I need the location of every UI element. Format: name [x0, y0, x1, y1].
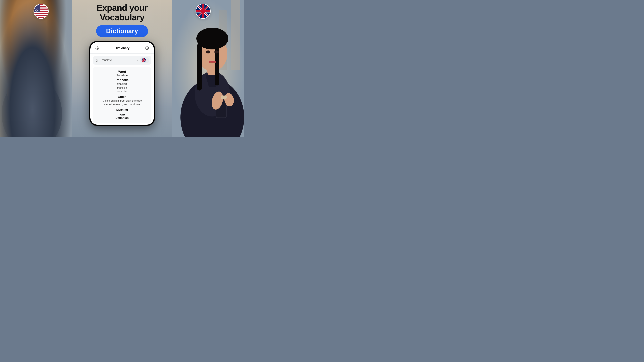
word-value: Translate [97, 74, 147, 77]
history-button[interactable] [144, 45, 150, 51]
definition-label: Definition [97, 116, 147, 120]
settings-button[interactable] [94, 45, 100, 51]
mic-icon [96, 59, 98, 62]
svg-point-14 [4, 84, 24, 113]
phonetic-1: trans'lert [97, 82, 147, 86]
origin-label: Origin [97, 95, 147, 98]
svg-point-32 [214, 50, 219, 53]
headline-line1: Expand your [96, 3, 148, 12]
svg-point-7 [16, 28, 48, 52]
svg-rect-42 [34, 12, 48, 13]
person-left-image [0, 0, 72, 137]
origin-text-2: carried across ' , past paricipate [97, 103, 147, 106]
phonetic-label: Phonetic [97, 78, 147, 82]
meaning-label: Meaning [97, 108, 147, 111]
svg-point-9 [40, 38, 49, 56]
phonetic-2: tra:nslert [97, 86, 147, 90]
svg-rect-20 [231, 0, 240, 70]
phone-mockup: Dictionary Translate ✕ [90, 41, 155, 126]
phone-screen: Dictionary Translate ✕ [90, 42, 154, 125]
svg-rect-13 [15, 100, 20, 103]
svg-point-18 [20, 60, 44, 70]
language-selector[interactable]: ▾ [140, 57, 149, 63]
svg-point-8 [14, 38, 24, 59]
flag-us: ★★★★★★ ★★★★★ ★★★★★★ ★★★★★ ★★★★★★ ★★★★★ ★… [34, 4, 49, 19]
clear-button[interactable]: ✕ [136, 59, 138, 62]
verb-label: Verb [97, 113, 147, 116]
svg-rect-12 [15, 100, 20, 103]
svg-rect-1 [3, 0, 14, 67]
svg-rect-29 [215, 42, 219, 85]
phone-title: Dictionary [100, 46, 144, 50]
svg-point-15 [18, 90, 34, 114]
svg-rect-0 [0, 0, 72, 137]
phonetic-3: transz'lert [97, 90, 147, 93]
svg-point-17 [34, 54, 38, 57]
person-right-image [172, 0, 244, 137]
svg-rect-28 [197, 43, 202, 90]
headline: Expand your Vocabulary [96, 3, 148, 22]
flag-selector-uk [142, 58, 146, 62]
headline-line2: Vocabulary [100, 12, 144, 22]
flag-uk [196, 4, 211, 19]
search-bar[interactable]: Translate ✕ [93, 56, 151, 65]
svg-point-4 [15, 72, 49, 116]
origin-text-1: Middle English: from Latin translate [97, 99, 147, 103]
dictionary-badge[interactable]: Dictionary [96, 25, 148, 37]
search-input-value: Translate [100, 58, 135, 62]
svg-point-64 [96, 48, 98, 49]
svg-rect-10 [22, 100, 33, 119]
word-label: Word [97, 70, 147, 73]
svg-rect-37 [221, 95, 226, 99]
svg-point-6 [16, 37, 48, 74]
svg-rect-43 [34, 14, 48, 15]
svg-point-31 [206, 50, 210, 53]
svg-rect-2 [17, 8, 25, 67]
svg-rect-5 [27, 64, 37, 77]
svg-point-16 [26, 54, 30, 57]
center-content: Expand your Vocabulary Dictionary Dictio… [78, 0, 166, 126]
svg-text:★★★★★: ★★★★★ [35, 11, 38, 12]
chevron-down-icon: ▾ [146, 59, 148, 61]
svg-point-3 [2, 77, 62, 137]
phone-header: Dictionary [90, 42, 154, 54]
word-card: Word Translate Phonetic trans'lert tra:n… [93, 67, 151, 123]
svg-rect-11 [23, 101, 32, 118]
